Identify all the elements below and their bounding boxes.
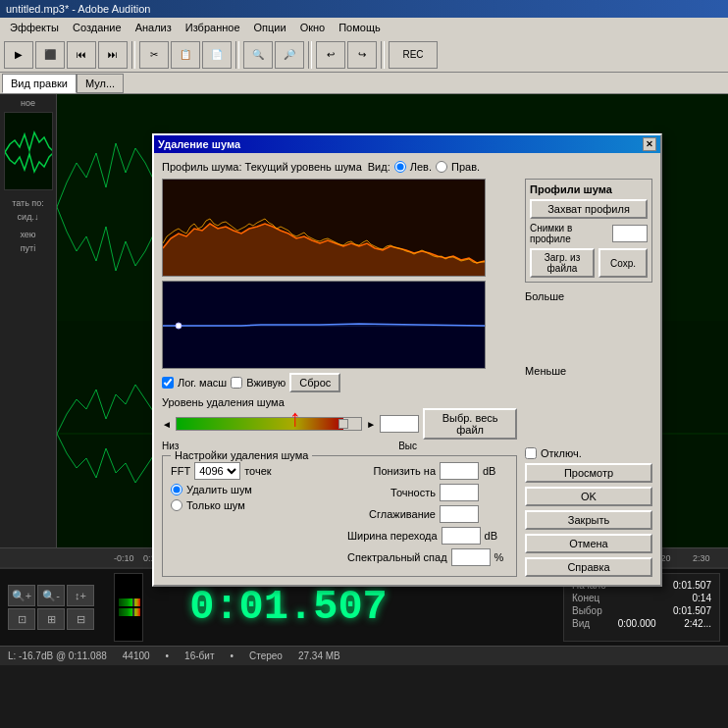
live-checkbox[interactable] (231, 377, 242, 389)
menu-options[interactable]: Опции (248, 20, 292, 35)
accuracy-row: Точность 7 (347, 484, 508, 501)
view-left-radio[interactable] (394, 161, 406, 173)
left-panel: ное тать по: сид.↓ хею путi (0, 94, 57, 547)
remove-noise-label: Удалить шум (186, 484, 252, 495)
log-scale-checkbox[interactable] (162, 377, 174, 389)
reset-button[interactable]: Сброс (289, 373, 340, 392)
toolbar-btn-11[interactable]: ↪ (347, 41, 377, 69)
snapshots-input[interactable]: 4000 (612, 225, 648, 242)
fft-row: FFT 4096 2048 8192 точек (171, 462, 332, 480)
toolbar-btn-9[interactable]: 🔎 (275, 41, 304, 69)
remove-noise-row: Удалить шум (171, 484, 332, 495)
toolbar-btn-5[interactable]: ✂ (139, 41, 169, 69)
remove-noise-radio[interactable] (171, 484, 182, 495)
snapshots-row: Снимки в профиле 4000 (530, 223, 648, 244)
tab-edit-view[interactable]: Вид правки (2, 74, 77, 93)
zoom-full[interactable]: ⊞ (37, 608, 65, 630)
select-all-button[interactable]: Выбр. весь файл (423, 408, 517, 440)
ok-button[interactable]: OK (525, 487, 652, 506)
left-panel-label3: сид.↓ (18, 212, 39, 222)
zoom-in-vertical[interactable]: ↕+ (67, 585, 94, 606)
cancel-button[interactable]: Отмена (525, 534, 652, 553)
close-button[interactable]: Закрыть (525, 510, 652, 530)
fft-select[interactable]: 4096 2048 8192 (194, 462, 240, 480)
toolbar-btn-8[interactable]: 🔍 (243, 41, 273, 69)
live-label: Вживую (246, 377, 286, 389)
accuracy-input[interactable]: 7 (440, 484, 479, 501)
dialog-close-button[interactable]: ✕ (643, 137, 656, 151)
view-right-label: Прав. (451, 161, 480, 173)
smoothing-input[interactable]: 1 (440, 505, 479, 523)
noise-level-input[interactable]: 100 (380, 415, 419, 433)
menu-analyze[interactable]: Анализ (130, 20, 178, 35)
fft-unit: точек (244, 465, 271, 477)
spectral-row: Спектральный спад 65 % (347, 548, 508, 566)
noise-level-section: Уровень удаления шума ◄ ► 100 Выбр. весь… (162, 396, 517, 451)
toolbar-sep-3 (308, 41, 312, 69)
transition-input[interactable]: 0 (442, 527, 481, 545)
noise-level-slider[interactable] (176, 417, 362, 431)
left-panel-label1: ное (21, 98, 35, 108)
capture-profile-button[interactable]: Захват профиля (530, 199, 648, 219)
dialog-titlebar: Удаление шума ✕ (154, 135, 660, 153)
end-value: 0:14 (693, 593, 711, 603)
left-panel-label5: путi (21, 243, 36, 253)
disable-row: Отключ. (525, 447, 652, 459)
noise-level-label: Уровень удаления шума (162, 396, 517, 408)
toolbar-btn-6[interactable]: 📋 (171, 41, 200, 69)
svg-rect-0 (5, 113, 53, 190)
toolbar-btn-1[interactable]: ▶ (4, 41, 33, 69)
zoom-controls: 🔍+ 🔍- ↕+ ⊡ ⊞ ⊟ (8, 585, 106, 630)
spectral-input[interactable]: 65 (451, 548, 491, 566)
arrow-right-small: ► (366, 419, 376, 430)
menu-window[interactable]: Окно (294, 20, 332, 35)
toolbar-btn-12[interactable]: REC (389, 41, 438, 69)
only-noise-radio[interactable] (171, 499, 182, 511)
reduce-by-input[interactable]: 40 (440, 462, 479, 480)
fft-label: FFT (171, 465, 190, 477)
zoom-out-full[interactable]: ⊟ (67, 608, 94, 630)
select-label: Выбор (572, 605, 602, 616)
toolbar-btn-4[interactable]: ⏭ (98, 41, 128, 69)
zoom-out-horizontal[interactable]: 🔍- (37, 585, 65, 606)
time-mark-15: 2:30 (693, 553, 710, 563)
high-label: Выс (398, 441, 417, 451)
end-row: Конец 0:14 (572, 593, 711, 603)
zoom-in-horizontal[interactable]: 🔍+ (8, 585, 35, 606)
menu-favorites[interactable]: Избранное (180, 20, 246, 35)
dialog-title: Удаление шума (158, 138, 240, 150)
menu-create[interactable]: Создание (67, 20, 128, 35)
status-bar: L: -16.7dB @ 0:11.088 44100 • 16-бит • С… (0, 646, 728, 665)
smoothing-label: Сглаживание (347, 508, 436, 520)
noise-profile-display (162, 179, 486, 277)
menu-help[interactable]: Помощь (333, 20, 387, 35)
log-scale-row: Лог. масш Вживую Сброс (162, 373, 517, 392)
help-button[interactable]: Справка (525, 557, 652, 577)
save-button[interactable]: Сохр. (598, 248, 648, 278)
reduce-by-unit: dB (483, 465, 495, 477)
settings-box: Настройки удаления шума FFT 4096 2048 81… (162, 455, 517, 577)
toolbar-btn-10[interactable]: ↩ (316, 41, 345, 69)
disable-checkbox[interactable] (525, 447, 537, 459)
select-value: 0:01.507 (673, 605, 711, 616)
separator-dot2: • (230, 650, 234, 661)
transition-unit: dB (485, 530, 497, 542)
left-panel-label4: хею (20, 230, 35, 239)
right-meter (119, 608, 140, 616)
view-value2: 2:42... (684, 618, 711, 629)
load-button[interactable]: Загр. из файла (530, 248, 595, 278)
preview-button[interactable]: Просмотр (525, 463, 652, 483)
dialog-main-content: Больше Меньше ← Лог. масш Вживую Сброс (162, 179, 652, 577)
view-right-radio[interactable] (436, 161, 447, 173)
tab-multitrack[interactable]: Мул... (77, 74, 124, 93)
toolbar-btn-7[interactable]: 📄 (202, 41, 232, 69)
profiles-section: Профили шума Захват профиля Снимки в про… (525, 179, 652, 283)
snapshots-label: Снимки в профиле (530, 223, 608, 244)
toolbar-btn-2[interactable]: ⬛ (35, 41, 65, 69)
menu-effects[interactable]: Эффекты (4, 20, 65, 35)
toolbar-btn-3[interactable]: ⏮ (67, 41, 96, 69)
only-noise-row: Только шум (171, 499, 332, 511)
file-size-status: 27.34 MB (298, 650, 340, 661)
zoom-fit[interactable]: ⊡ (8, 608, 35, 630)
view-row: Вид 0:00.000 2:42... (572, 618, 711, 629)
